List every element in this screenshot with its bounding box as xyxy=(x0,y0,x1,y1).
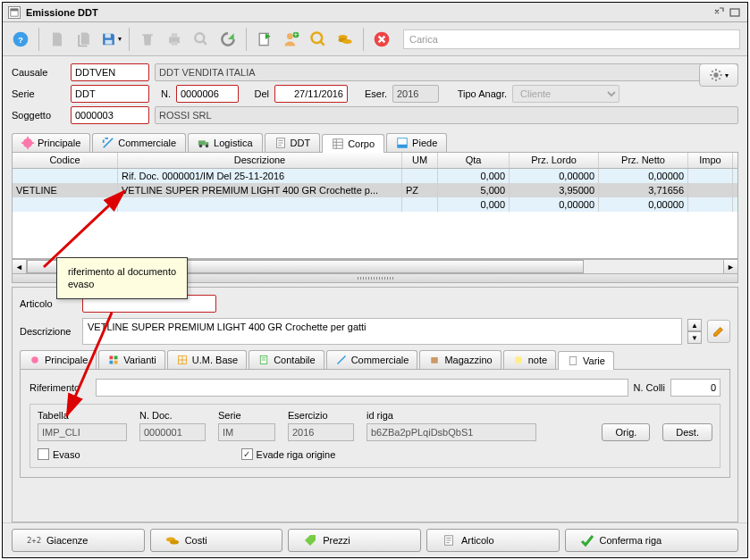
conferma-riga-button[interactable]: Conferma riga xyxy=(565,529,738,552)
svg-rect-5 xyxy=(105,33,111,38)
svg-rect-40 xyxy=(515,356,522,364)
note-icon xyxy=(512,354,525,366)
print-icon[interactable] xyxy=(164,29,185,50)
dtab-contabile[interactable]: Contabile xyxy=(249,350,324,369)
svg-rect-41 xyxy=(569,357,577,365)
zoom-icon[interactable] xyxy=(308,29,329,50)
checkbox-icon: ✓ xyxy=(241,448,253,460)
svg-rect-39 xyxy=(432,357,439,364)
save-icon[interactable]: ▾ xyxy=(100,29,122,50)
causale-field[interactable] xyxy=(71,63,149,81)
serie-field[interactable] xyxy=(71,85,149,103)
dtab-magazzino[interactable]: Magazzino xyxy=(419,350,501,369)
dest-button[interactable]: Dest. xyxy=(662,423,712,441)
dtab-principale[interactable]: Principale xyxy=(20,350,97,369)
dtab-umbase[interactable]: U.M. Base xyxy=(167,350,247,369)
articolo-button[interactable]: Articolo xyxy=(426,529,560,552)
svg-rect-33 xyxy=(110,356,114,360)
magazzino-icon xyxy=(428,354,441,366)
esercizio-field xyxy=(288,423,354,441)
giacenze-button[interactable]: 2+2Giacenze xyxy=(12,529,145,552)
evaso-checkbox[interactable]: Evaso xyxy=(38,448,80,460)
grid-row[interactable]: 0,000 0,00000 0,00000 xyxy=(13,197,737,212)
dtab-commerciale[interactable]: Commerciale xyxy=(326,350,418,369)
orig-button[interactable]: Orig. xyxy=(602,423,650,441)
help-icon[interactable]: ? xyxy=(10,29,31,50)
grid-header: Codice Descrizione UM Qta Prz. Lordo Prz… xyxy=(13,153,737,169)
svg-rect-6 xyxy=(105,39,113,44)
svg-rect-1 xyxy=(11,8,18,11)
label-ncolli: N. Colli xyxy=(634,382,665,393)
dtab-note[interactable]: note xyxy=(503,350,556,369)
ndoc-field xyxy=(139,423,206,441)
add-user-icon[interactable]: + xyxy=(281,29,302,50)
tipo-anagr-select[interactable]: Cliente xyxy=(512,85,619,103)
riferimento-field[interactable] xyxy=(96,379,628,397)
serie-ref-field xyxy=(218,423,275,441)
costi-button[interactable]: Costi xyxy=(150,529,283,552)
svg-rect-2 xyxy=(730,9,739,16)
tab-corpo[interactable]: Corpo xyxy=(322,134,384,153)
tab-piede[interactable]: Piede xyxy=(386,133,447,152)
delete-icon[interactable] xyxy=(137,29,158,50)
price-icon xyxy=(303,533,317,547)
export-icon[interactable] xyxy=(254,29,275,50)
dtab-varianti[interactable]: Varianti xyxy=(98,350,164,369)
tab-commerciale[interactable]: Commerciale xyxy=(92,133,186,152)
window-icon xyxy=(8,6,21,19)
tab-ddt[interactable]: DDT xyxy=(265,133,321,152)
grid-row[interactable]: Rif. Doc. 0000001/IM Del 25-11-2016 0,00… xyxy=(13,169,737,183)
label-descrizione: Descrizione xyxy=(20,326,77,337)
ncolli-field[interactable] xyxy=(670,379,721,397)
svg-rect-22 xyxy=(198,140,206,145)
del-field[interactable] xyxy=(274,85,348,103)
svg-point-15 xyxy=(312,32,323,43)
svg-rect-34 xyxy=(114,356,118,360)
header-form: ▾ Causale Serie N. Del Eser. Tipo Anagr.… xyxy=(3,56,747,133)
principale-icon xyxy=(29,354,41,366)
logistica-icon xyxy=(198,137,210,149)
label-riferimento: Riferimento xyxy=(29,382,90,393)
piede-icon xyxy=(396,137,409,149)
soggetto-field[interactable] xyxy=(71,106,149,124)
window-restore-icon[interactable] xyxy=(712,6,726,19)
close-icon[interactable] xyxy=(371,29,392,50)
scroll-left-icon[interactable]: ◄ xyxy=(12,259,27,274)
svg-point-43 xyxy=(170,540,179,545)
svg-point-21 xyxy=(23,138,33,148)
svg-rect-8 xyxy=(172,33,178,37)
eser-field xyxy=(392,85,439,103)
tab-principale[interactable]: Principale xyxy=(12,133,90,152)
svg-rect-36 xyxy=(114,361,118,364)
settings-button[interactable]: ▾ xyxy=(699,63,738,87)
grid-row[interactable]: VETLINE VETLINE SUPER PREMIUM LIGHT 400 … xyxy=(13,183,737,197)
evade-checkbox[interactable]: ✓Evade riga origine xyxy=(241,448,336,460)
refresh-icon[interactable] xyxy=(217,29,239,50)
descrizione-field[interactable]: VETLINE SUPER PREMIUM LIGHT 400 GR Croch… xyxy=(82,318,682,345)
carica-search[interactable]: Carica xyxy=(403,29,740,49)
tab-logistica[interactable]: Logistica xyxy=(188,133,262,152)
footer-buttons: 2+2Giacenze Costi Prezzi Articolo Confer… xyxy=(3,522,747,557)
dtab-varie[interactable]: Varie xyxy=(558,351,614,370)
new-icon[interactable] xyxy=(46,29,68,50)
scroll-right-icon[interactable]: ► xyxy=(723,259,738,274)
numero-field[interactable] xyxy=(176,85,239,103)
edit-icon[interactable] xyxy=(707,320,730,343)
label-eser: Eser. xyxy=(353,88,387,99)
check-icon xyxy=(580,533,594,547)
window-maximize-icon[interactable] xyxy=(728,6,742,19)
copy-icon[interactable] xyxy=(73,29,95,50)
svg-text:+: + xyxy=(293,30,298,39)
svg-rect-35 xyxy=(110,361,114,364)
descr-spinner[interactable]: ▲▼ xyxy=(687,319,702,344)
label-tipo-anagr: Tipo Anagr. xyxy=(444,88,507,99)
tabella-field xyxy=(38,423,127,441)
svg-rect-27 xyxy=(333,139,343,149)
toolbar: ? ▾ + Carica xyxy=(3,22,747,56)
coins-icon[interactable] xyxy=(334,29,356,50)
search-icon[interactable] xyxy=(190,29,212,50)
prezzi-button[interactable]: Prezzi xyxy=(288,529,421,552)
svg-point-18 xyxy=(343,39,352,44)
titlebar: Emissione DDT xyxy=(3,3,747,22)
window-title: Emissione DDT xyxy=(26,7,710,18)
